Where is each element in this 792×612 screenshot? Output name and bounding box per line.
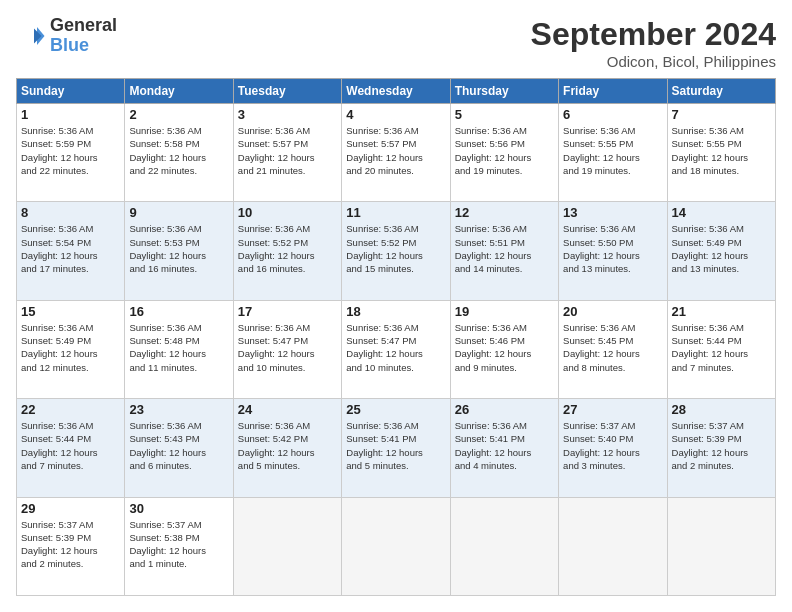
day-info: Sunrise: 5:37 AMSunset: 5:39 PMDaylight:… (21, 518, 120, 571)
day-number: 29 (21, 501, 120, 516)
day-number: 23 (129, 402, 228, 417)
calendar-body: 1Sunrise: 5:36 AMSunset: 5:59 PMDaylight… (17, 104, 776, 596)
table-row: 22Sunrise: 5:36 AMSunset: 5:44 PMDayligh… (17, 399, 125, 497)
table-row: 30Sunrise: 5:37 AMSunset: 5:38 PMDayligh… (125, 497, 233, 595)
day-number: 28 (672, 402, 771, 417)
table-row: 20Sunrise: 5:36 AMSunset: 5:45 PMDayligh… (559, 300, 667, 398)
table-row: 4Sunrise: 5:36 AMSunset: 5:57 PMDaylight… (342, 104, 450, 202)
day-info: Sunrise: 5:36 AMSunset: 5:47 PMDaylight:… (238, 321, 337, 374)
day-number: 6 (563, 107, 662, 122)
day-number: 11 (346, 205, 445, 220)
table-row: 24Sunrise: 5:36 AMSunset: 5:42 PMDayligh… (233, 399, 341, 497)
day-number: 26 (455, 402, 554, 417)
title-block: September 2024 Odicon, Bicol, Philippine… (531, 16, 776, 70)
table-row: 18Sunrise: 5:36 AMSunset: 5:47 PMDayligh… (342, 300, 450, 398)
table-row: 21Sunrise: 5:36 AMSunset: 5:44 PMDayligh… (667, 300, 775, 398)
day-info: Sunrise: 5:36 AMSunset: 5:57 PMDaylight:… (238, 124, 337, 177)
table-row (450, 497, 558, 595)
day-number: 20 (563, 304, 662, 319)
table-row: 10Sunrise: 5:36 AMSunset: 5:52 PMDayligh… (233, 202, 341, 300)
col-sunday: Sunday (17, 79, 125, 104)
day-number: 4 (346, 107, 445, 122)
day-info: Sunrise: 5:36 AMSunset: 5:52 PMDaylight:… (346, 222, 445, 275)
day-number: 12 (455, 205, 554, 220)
day-info: Sunrise: 5:36 AMSunset: 5:55 PMDaylight:… (563, 124, 662, 177)
calendar-header: Sunday Monday Tuesday Wednesday Thursday… (17, 79, 776, 104)
day-info: Sunrise: 5:37 AMSunset: 5:39 PMDaylight:… (672, 419, 771, 472)
table-row: 8Sunrise: 5:36 AMSunset: 5:54 PMDaylight… (17, 202, 125, 300)
table-row: 6Sunrise: 5:36 AMSunset: 5:55 PMDaylight… (559, 104, 667, 202)
table-row: 26Sunrise: 5:36 AMSunset: 5:41 PMDayligh… (450, 399, 558, 497)
day-info: Sunrise: 5:36 AMSunset: 5:44 PMDaylight:… (672, 321, 771, 374)
day-info: Sunrise: 5:36 AMSunset: 5:49 PMDaylight:… (21, 321, 120, 374)
day-info: Sunrise: 5:37 AMSunset: 5:40 PMDaylight:… (563, 419, 662, 472)
col-friday: Friday (559, 79, 667, 104)
table-row: 9Sunrise: 5:36 AMSunset: 5:53 PMDaylight… (125, 202, 233, 300)
page: General Blue September 2024 Odicon, Bico… (0, 0, 792, 612)
day-number: 5 (455, 107, 554, 122)
col-saturday: Saturday (667, 79, 775, 104)
day-number: 17 (238, 304, 337, 319)
col-monday: Monday (125, 79, 233, 104)
day-number: 10 (238, 205, 337, 220)
day-number: 13 (563, 205, 662, 220)
table-row: 27Sunrise: 5:37 AMSunset: 5:40 PMDayligh… (559, 399, 667, 497)
day-info: Sunrise: 5:36 AMSunset: 5:51 PMDaylight:… (455, 222, 554, 275)
table-row: 12Sunrise: 5:36 AMSunset: 5:51 PMDayligh… (450, 202, 558, 300)
day-info: Sunrise: 5:36 AMSunset: 5:56 PMDaylight:… (455, 124, 554, 177)
header: General Blue September 2024 Odicon, Bico… (16, 16, 776, 70)
day-number: 7 (672, 107, 771, 122)
table-row: 11Sunrise: 5:36 AMSunset: 5:52 PMDayligh… (342, 202, 450, 300)
logo: General Blue (16, 16, 117, 56)
day-info: Sunrise: 5:36 AMSunset: 5:47 PMDaylight:… (346, 321, 445, 374)
table-row: 23Sunrise: 5:36 AMSunset: 5:43 PMDayligh… (125, 399, 233, 497)
day-info: Sunrise: 5:36 AMSunset: 5:55 PMDaylight:… (672, 124, 771, 177)
day-number: 30 (129, 501, 228, 516)
calendar-week-row: 8Sunrise: 5:36 AMSunset: 5:54 PMDaylight… (17, 202, 776, 300)
day-info: Sunrise: 5:36 AMSunset: 5:43 PMDaylight:… (129, 419, 228, 472)
table-row: 14Sunrise: 5:36 AMSunset: 5:49 PMDayligh… (667, 202, 775, 300)
location-subtitle: Odicon, Bicol, Philippines (531, 53, 776, 70)
table-row: 15Sunrise: 5:36 AMSunset: 5:49 PMDayligh… (17, 300, 125, 398)
table-row (559, 497, 667, 595)
calendar-week-row: 29Sunrise: 5:37 AMSunset: 5:39 PMDayligh… (17, 497, 776, 595)
col-wednesday: Wednesday (342, 79, 450, 104)
day-info: Sunrise: 5:36 AMSunset: 5:50 PMDaylight:… (563, 222, 662, 275)
day-info: Sunrise: 5:36 AMSunset: 5:42 PMDaylight:… (238, 419, 337, 472)
day-number: 9 (129, 205, 228, 220)
logo-icon (16, 21, 46, 51)
day-info: Sunrise: 5:36 AMSunset: 5:54 PMDaylight:… (21, 222, 120, 275)
day-info: Sunrise: 5:36 AMSunset: 5:58 PMDaylight:… (129, 124, 228, 177)
day-number: 16 (129, 304, 228, 319)
day-number: 15 (21, 304, 120, 319)
day-info: Sunrise: 5:36 AMSunset: 5:46 PMDaylight:… (455, 321, 554, 374)
day-info: Sunrise: 5:36 AMSunset: 5:48 PMDaylight:… (129, 321, 228, 374)
day-number: 25 (346, 402, 445, 417)
day-number: 1 (21, 107, 120, 122)
table-row: 13Sunrise: 5:36 AMSunset: 5:50 PMDayligh… (559, 202, 667, 300)
table-row: 28Sunrise: 5:37 AMSunset: 5:39 PMDayligh… (667, 399, 775, 497)
day-info: Sunrise: 5:36 AMSunset: 5:41 PMDaylight:… (455, 419, 554, 472)
col-tuesday: Tuesday (233, 79, 341, 104)
header-row: Sunday Monday Tuesday Wednesday Thursday… (17, 79, 776, 104)
day-number: 24 (238, 402, 337, 417)
day-number: 8 (21, 205, 120, 220)
day-info: Sunrise: 5:36 AMSunset: 5:44 PMDaylight:… (21, 419, 120, 472)
day-number: 22 (21, 402, 120, 417)
day-number: 21 (672, 304, 771, 319)
table-row: 25Sunrise: 5:36 AMSunset: 5:41 PMDayligh… (342, 399, 450, 497)
day-number: 19 (455, 304, 554, 319)
table-row: 1Sunrise: 5:36 AMSunset: 5:59 PMDaylight… (17, 104, 125, 202)
table-row (667, 497, 775, 595)
logo-line2: Blue (50, 36, 117, 56)
day-number: 14 (672, 205, 771, 220)
calendar-week-row: 1Sunrise: 5:36 AMSunset: 5:59 PMDaylight… (17, 104, 776, 202)
table-row: 29Sunrise: 5:37 AMSunset: 5:39 PMDayligh… (17, 497, 125, 595)
day-info: Sunrise: 5:36 AMSunset: 5:53 PMDaylight:… (129, 222, 228, 275)
table-row: 7Sunrise: 5:36 AMSunset: 5:55 PMDaylight… (667, 104, 775, 202)
day-info: Sunrise: 5:36 AMSunset: 5:59 PMDaylight:… (21, 124, 120, 177)
calendar-week-row: 22Sunrise: 5:36 AMSunset: 5:44 PMDayligh… (17, 399, 776, 497)
table-row: 16Sunrise: 5:36 AMSunset: 5:48 PMDayligh… (125, 300, 233, 398)
calendar-week-row: 15Sunrise: 5:36 AMSunset: 5:49 PMDayligh… (17, 300, 776, 398)
day-info: Sunrise: 5:36 AMSunset: 5:52 PMDaylight:… (238, 222, 337, 275)
